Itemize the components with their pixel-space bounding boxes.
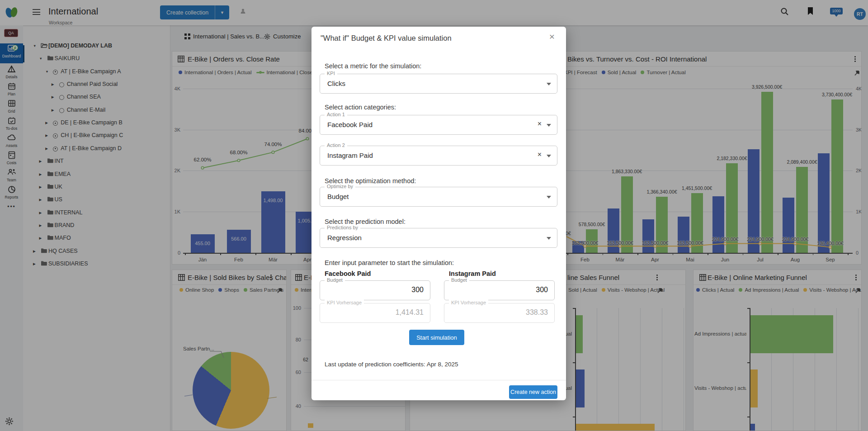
optimize-by-select[interactable]: Optimize by Budget	[320, 187, 557, 207]
field-label: Action 1	[325, 112, 347, 117]
chevron-down-icon[interactable]	[547, 237, 551, 240]
field-value: 1,414.31	[396, 308, 424, 317]
field-value: 300	[411, 286, 424, 294]
field-value: Budget	[327, 193, 349, 200]
field-label: KPI	[325, 71, 337, 76]
close-icon[interactable]: ×	[547, 31, 557, 42]
clear-icon[interactable]: ×	[538, 151, 542, 159]
predictions-by-select[interactable]: Predictions by Regression	[320, 228, 557, 248]
field-label: KPI Vorhersage	[449, 300, 488, 305]
facebook-budget-input[interactable]: Budget 300	[320, 280, 430, 300]
column-heading-facebook: Facebook Paid	[325, 270, 371, 277]
section-label-actions: Select action categories:	[325, 104, 396, 111]
chevron-down-icon[interactable]	[547, 124, 551, 127]
chevron-down-icon[interactable]	[547, 83, 551, 85]
chevron-down-icon[interactable]	[547, 196, 551, 199]
kpi-select[interactable]: KPI Clicks	[320, 74, 557, 94]
field-value: Regression	[327, 234, 362, 242]
action1-select[interactable]: Action 1 Facebook Paid ×	[320, 115, 557, 135]
section-label-prediction: Select the prediction model:	[325, 218, 406, 225]
modal-title: "What if" Budget & KPI value simulation	[321, 34, 452, 43]
instagram-budget-input[interactable]: Budget 300	[444, 280, 555, 300]
last-update-note: Last update of prediction coefficients: …	[325, 361, 458, 368]
field-value: Clicks	[327, 80, 345, 87]
app-screen: International Workspace Create collectio…	[0, 0, 868, 431]
clear-icon[interactable]: ×	[538, 120, 542, 128]
field-label: Budget	[325, 277, 345, 283]
field-label: KPI Vorhersage	[325, 300, 364, 305]
section-label-metric: Select a metric for the simulation:	[325, 62, 421, 70]
column-heading-instagram: Instagram Paid	[449, 270, 496, 277]
field-label: Predictions by	[325, 225, 360, 230]
field-value: 338.33	[526, 308, 548, 317]
section-label-inputs: Enter input parameter to start the simul…	[325, 259, 454, 266]
footer-divider	[311, 380, 566, 380]
facebook-kpi-forecast-input: KPI Vorhersage 1,414.31	[320, 303, 430, 323]
create-new-action-button[interactable]: Create new action	[509, 385, 557, 399]
action2-select[interactable]: Action 2 Instagram Paid ×	[320, 146, 557, 166]
chevron-down-icon[interactable]	[547, 155, 551, 157]
field-value: 300	[536, 286, 548, 294]
what-if-simulation-modal: "What if" Budget & KPI value simulation …	[311, 27, 566, 400]
start-simulation-button[interactable]: Start simulation	[409, 330, 464, 345]
field-label: Optimize by	[325, 184, 355, 189]
field-value: Facebook Paid	[327, 121, 373, 128]
instagram-kpi-forecast-input: KPI Vorhersage 338.33	[444, 303, 555, 323]
field-value: Instagram Paid	[327, 152, 373, 159]
field-label: Action 2	[325, 142, 347, 148]
field-label: Budget	[449, 277, 469, 283]
